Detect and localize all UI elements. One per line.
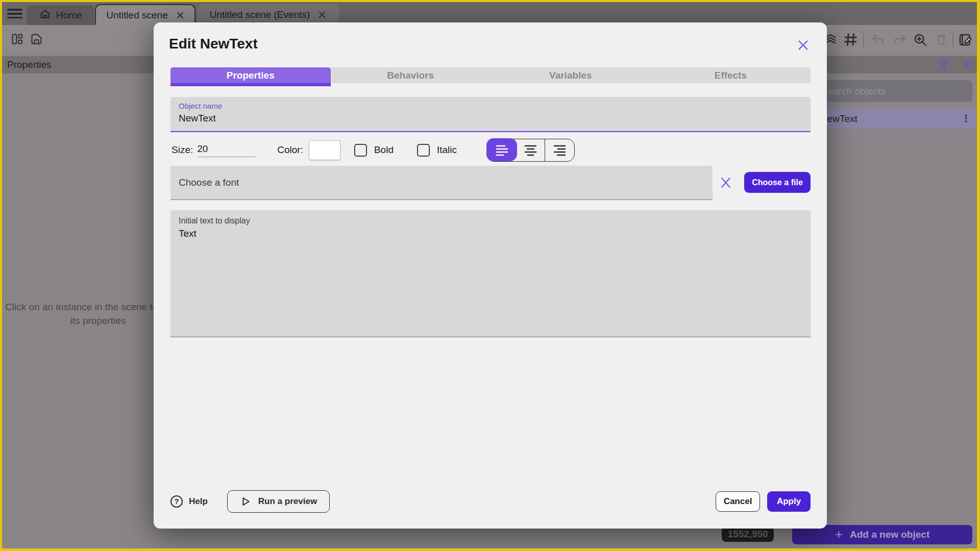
edit-object-dialog: Edit NewText Properties Behaviors Variab… [154, 22, 827, 529]
tab-scene-label: Untitled scene [106, 10, 167, 21]
toolbar-divider [952, 31, 953, 48]
tab-behaviors[interactable]: Behaviors [331, 67, 491, 83]
top-tab-bar: Home Untitled scene Untitled scene (Even… [0, 0, 980, 25]
help-button[interactable]: ? Help [170, 495, 208, 508]
object-name-field[interactable]: Object name [170, 97, 811, 132]
hamburger-menu-icon[interactable] [7, 7, 22, 19]
object-list-item[interactable]: NewText ⋮ [812, 109, 977, 129]
bold-label: Bold [374, 144, 394, 156]
redo-icon[interactable] [892, 32, 908, 49]
cursor-coordinates: 1552,950 [722, 527, 774, 542]
align-left-button-selected[interactable] [486, 138, 517, 161]
filter-icon[interactable] [938, 59, 949, 72]
size-label: Size: [172, 144, 193, 156]
tab-variables[interactable]: Variables [491, 67, 651, 83]
close-panel-icon[interactable] [962, 59, 973, 72]
undo-icon[interactable] [870, 32, 886, 49]
tab-untitled-scene[interactable]: Untitled scene [95, 4, 195, 25]
clear-font-icon[interactable] [719, 176, 732, 191]
choose-file-button[interactable]: Choose a file [744, 172, 811, 193]
tab-properties[interactable]: Properties [170, 67, 331, 86]
add-object-label: Add a new object [850, 529, 929, 540]
object-name-field-label: Object name [179, 102, 802, 110]
object-name-input[interactable] [179, 113, 802, 124]
color-swatch[interactable] [309, 141, 340, 160]
align-center-button[interactable] [516, 139, 546, 161]
tab-effects[interactable]: Effects [651, 67, 811, 83]
initial-text-label: Initial text to display [179, 216, 802, 226]
search-objects-input[interactable]: Search objects [815, 80, 972, 102]
grid-icon[interactable] [843, 32, 858, 49]
bold-checkbox[interactable] [354, 144, 367, 157]
italic-label: Italic [437, 144, 457, 156]
dialog-title: Edit NewText [169, 36, 258, 52]
plus-icon: + [835, 528, 843, 541]
choose-font-field[interactable]: Choose a font [170, 166, 713, 200]
dialog-footer: ? Help Run a preview Cancel Apply [170, 490, 811, 513]
help-label: Help [189, 496, 208, 507]
initial-text-value: Text [179, 228, 802, 239]
properties-panel-title: Properties [7, 56, 52, 73]
apply-button[interactable]: Apply [767, 491, 811, 512]
close-tab-icon[interactable] [176, 11, 184, 19]
trash-icon[interactable] [934, 32, 948, 48]
close-dialog-icon[interactable] [797, 39, 810, 54]
toolbar-divider [863, 31, 864, 48]
layout-panels-icon[interactable] [10, 32, 24, 48]
font-row: Choose a font Choose a file [154, 166, 827, 200]
dialog-tabs: Properties Behaviors Variables Effects [170, 67, 811, 86]
scene-edit-icon[interactable] [958, 32, 973, 49]
app-window: Home Untitled scene Untitled scene (Even… [0, 0, 980, 551]
cancel-button[interactable]: Cancel [716, 491, 760, 512]
tab-home[interactable]: Home [27, 5, 94, 25]
run-preview-button[interactable]: Run a preview [227, 490, 330, 513]
kebab-menu-icon[interactable]: ⋮ [961, 114, 971, 123]
tab-events-label: Untitled scene (Events) [210, 9, 310, 20]
help-icon: ? [170, 495, 183, 508]
tab-untitled-scene-events[interactable]: Untitled scene (Events) [197, 4, 339, 25]
zoom-in-icon[interactable] [913, 32, 928, 49]
initial-text-field[interactable]: Initial text to display Text [170, 210, 811, 337]
italic-checkbox[interactable] [417, 144, 430, 157]
text-alignment-group [486, 139, 575, 162]
color-label: Color: [277, 144, 303, 156]
play-icon [240, 496, 251, 507]
home-icon [39, 8, 51, 22]
text-style-row: Size: Color: Bold Italic [172, 138, 575, 162]
close-tab-icon[interactable] [318, 11, 326, 19]
run-preview-label: Run a preview [258, 496, 317, 507]
size-input[interactable] [197, 143, 256, 157]
align-right-button[interactable] [545, 139, 574, 161]
save-icon[interactable] [30, 32, 43, 48]
tab-home-label: Home [56, 10, 82, 21]
